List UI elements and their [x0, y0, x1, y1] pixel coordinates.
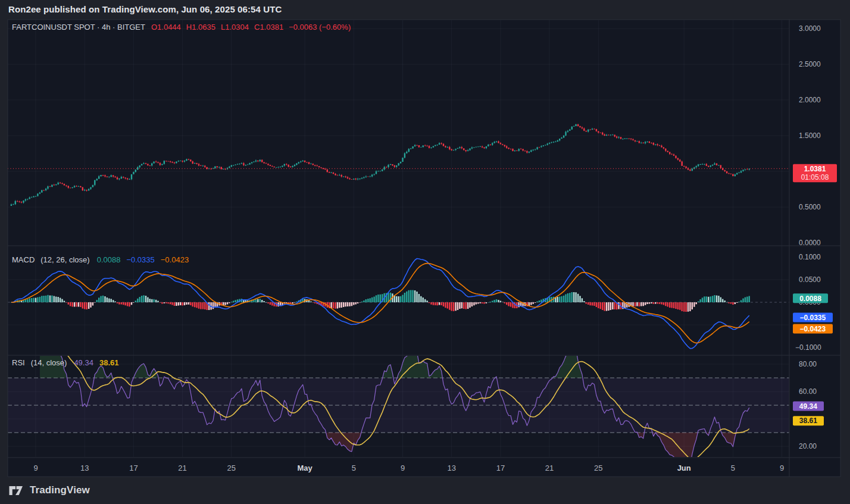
- price-pane[interactable]: [8, 20, 789, 245]
- open-label: O: [151, 23, 157, 32]
- macd-legend: MACD (12, 26, close) 0.0088 −0.0335 −0.0…: [12, 255, 195, 264]
- macd-title[interactable]: MACD: [12, 255, 35, 264]
- high-label: H: [186, 23, 192, 32]
- tradingview-brand[interactable]: TradingView: [30, 484, 90, 496]
- symbol-title[interactable]: FARTCOINUSDT SPOT · 4h · BITGET: [12, 23, 145, 32]
- macd-line-value: −0.0335: [126, 255, 154, 264]
- rsi-value: 49.34: [74, 358, 93, 367]
- macd-params: (12, 26, close): [40, 255, 89, 264]
- close-value: 1.0381: [260, 23, 283, 32]
- tradingview-logo-icon[interactable]: [8, 485, 24, 496]
- time-scale-axis[interactable]: [8, 458, 789, 477]
- close-label: C: [254, 23, 260, 32]
- footer-bar: TradingView: [0, 477, 850, 504]
- rsi-params: (14, close): [31, 358, 67, 367]
- open-value: 1.0444: [157, 23, 181, 32]
- low-value: 1.0304: [225, 23, 249, 32]
- macd-hist-value: 0.0088: [97, 255, 121, 264]
- high-value: 1.0635: [192, 23, 215, 32]
- rsi-pane[interactable]: [8, 356, 789, 457]
- rsi-ma-value: 38.61: [99, 358, 119, 367]
- rsi-title[interactable]: RSI: [12, 358, 25, 367]
- price-change: −0.0063 (−0.60%): [289, 23, 351, 32]
- macd-signal-value: −0.0423: [161, 255, 189, 264]
- rsi-legend: RSI (14, close) 49.34 38.61: [12, 358, 118, 367]
- price-scale-axis[interactable]: [789, 20, 840, 458]
- tradingview-snapshot: Ron2ee published on TradingView.com, Jun…: [0, 0, 850, 504]
- symbol-legend: FARTCOINUSDT SPOT · 4h · BITGET O1.0444 …: [12, 23, 356, 32]
